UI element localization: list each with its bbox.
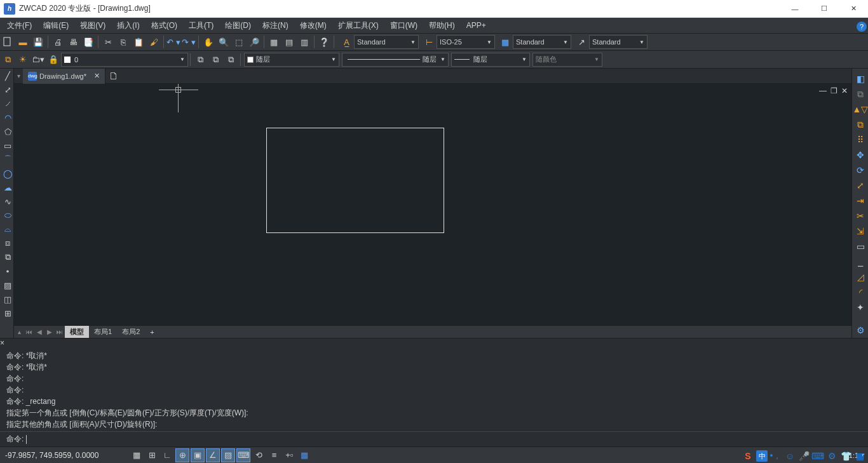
ime-emoji-icon[interactable]: ☺ (784, 450, 796, 462)
layout-tab-add[interactable]: + (145, 326, 159, 339)
print-icon[interactable]: 🖨 (51, 35, 65, 49)
menu-tools[interactable]: 工具(T) (183, 18, 219, 33)
scale-icon[interactable]: ⤢ (853, 178, 868, 193)
drawn-rectangle[interactable] (266, 128, 444, 233)
properties-icon[interactable]: ▦ (267, 35, 281, 49)
menu-app[interactable]: APP+ (461, 18, 492, 33)
menu-edit[interactable]: 编辑(E) (37, 18, 74, 33)
text-style-icon[interactable]: A̲ (339, 35, 353, 49)
menu-format[interactable]: 格式(O) (146, 18, 183, 33)
join-icon[interactable]: ⎯ (853, 254, 868, 269)
paste-icon[interactable]: 📋 (132, 35, 146, 49)
ime-punct-icon[interactable]: •， (770, 450, 782, 462)
match-props-icon[interactable]: 🖌 (147, 35, 161, 49)
zoom-window-icon[interactable]: ⬚ (232, 35, 246, 49)
zoom-previous-icon[interactable]: 🔎 (247, 35, 261, 49)
layer-lock-icon[interactable]: 🔒 (46, 53, 60, 67)
layer-states-icon[interactable]: ☀ (16, 53, 30, 67)
open-file-icon[interactable]: ▬ (16, 35, 30, 49)
publish-icon[interactable]: 📑 (81, 35, 95, 49)
polar-toggle[interactable]: ⊕ (175, 448, 189, 462)
copy-icon[interactable]: ⎘ (116, 35, 130, 49)
layout-nav-first[interactable]: ⏮ (24, 328, 34, 335)
chamfer-icon[interactable]: ◿ (853, 269, 868, 285)
command-input-line[interactable]: 命令: (0, 431, 868, 446)
layer-current-dropdown[interactable]: 0 ▼ (61, 53, 188, 67)
mirror-icon[interactable]: ▲▽ (853, 102, 868, 117)
model-toggle[interactable]: ≡ (267, 448, 281, 462)
ortho-toggle[interactable]: ∟ (160, 448, 174, 462)
polyline-icon[interactable]: ⟋ (1, 97, 15, 111)
layout-tab-1[interactable]: 布局1 (89, 326, 117, 339)
ellipse-icon[interactable]: ⬭ (1, 208, 15, 222)
command-history[interactable]: 命令: *取消* 命令: *取消* 命令: 命令: 命令: _rectang 指… (0, 347, 868, 431)
anno-toggle[interactable]: ▦ (297, 448, 311, 462)
layout-expand-icon[interactable]: ▴ (14, 328, 24, 335)
document-tab-close[interactable]: ✕ (94, 72, 100, 80)
fillet-icon[interactable]: ◜ (853, 285, 868, 300)
menu-window[interactable]: 窗口(W) (384, 18, 423, 33)
menu-insert[interactable]: 插入(I) (111, 18, 145, 33)
array-icon[interactable]: ⠿ (853, 132, 868, 147)
layer-walk-icon[interactable]: ⧉ (224, 53, 238, 67)
dim-style-dropdown[interactable]: ISO-25▼ (437, 35, 495, 49)
menu-dim[interactable]: 标注(N) (257, 18, 294, 33)
trim-icon[interactable]: ✂ (853, 208, 868, 224)
extend-icon[interactable]: ⇲ (853, 224, 868, 239)
break-icon[interactable]: ▭ (853, 239, 868, 254)
hatch-icon[interactable]: ▨ (1, 278, 15, 292)
menu-file[interactable]: 文件(F) (1, 18, 37, 33)
osnap-toggle[interactable]: ▣ (191, 448, 205, 462)
copy-obj-icon[interactable]: ⧉ (853, 86, 868, 102)
redo-icon[interactable]: ↷ ▾ (182, 35, 196, 49)
grid-toggle[interactable]: ⊞ (145, 448, 159, 462)
window-minimize-button[interactable]: — (780, 0, 810, 18)
point-icon[interactable]: • (1, 264, 15, 278)
new-document-tab[interactable]: 🗋 (107, 69, 121, 83)
move-icon[interactable]: ✥ (853, 147, 868, 163)
ime-settings-icon[interactable]: ⚙ (826, 450, 837, 462)
linetype-dropdown[interactable]: 随层▼ (342, 53, 449, 67)
help-icon-tb[interactable]: ❔ (317, 35, 331, 49)
rectangle-icon[interactable]: ▭ (1, 138, 15, 152)
spline-icon[interactable]: ∿ (1, 194, 15, 208)
stretch-icon[interactable]: ⇥ (853, 193, 868, 208)
undo-icon[interactable]: ↶ ▾ (166, 35, 180, 49)
layout-tab-2[interactable]: 布局2 (117, 326, 145, 339)
status-coords[interactable]: -97.9857, 749.5959, 0.0000 (0, 451, 104, 460)
canvas-minimize-button[interactable]: — (819, 86, 827, 95)
revcloud-icon[interactable]: ☁ (1, 180, 15, 194)
layout-tab-model[interactable]: 模型 (65, 326, 89, 339)
ime-lang-icon[interactable]: 中 (756, 450, 768, 462)
pan-icon[interactable]: ✋ (201, 35, 215, 49)
layer-iso-icon[interactable]: ⧉ (208, 53, 222, 67)
insert-block-icon[interactable]: ⧈ (1, 236, 15, 250)
offset-icon[interactable]: ⧉ (853, 117, 868, 132)
lineweight-dropdown[interactable]: 随层▼ (451, 53, 530, 67)
line-icon[interactable]: ╱ (1, 69, 15, 83)
print-preview-icon[interactable]: 🖶 (66, 35, 80, 49)
document-tab-active[interactable]: dwg Drawing1.dwg* ✕ (23, 69, 105, 84)
cycle-toggle[interactable]: ⟲ (252, 448, 266, 462)
ime-menu-icon[interactable]: ▦ (854, 450, 865, 462)
ellipse-arc-icon[interactable]: ⌓ (1, 222, 15, 236)
table-icon[interactable]: ⊞ (1, 306, 15, 320)
window-maximize-button[interactable]: ☐ (810, 0, 839, 18)
mleader-style-icon[interactable]: ↗ (574, 35, 588, 49)
ime-keyboard-icon[interactable]: ⌨ (812, 450, 824, 462)
layer-manager-icon[interactable]: ⧉ (1, 53, 15, 67)
util-icon[interactable]: ⚙ (853, 323, 868, 338)
text-style-dropdown[interactable]: Standard▼ (354, 35, 419, 49)
window-close-button[interactable]: ✕ (839, 0, 868, 18)
xline-icon[interactable]: ⤢ (1, 83, 15, 97)
otrack-toggle[interactable]: ∠ (206, 448, 220, 462)
circle-icon[interactable]: ◯ (1, 166, 15, 180)
menu-draw[interactable]: 绘图(D) (219, 18, 257, 33)
table-style-dropdown[interactable]: Standard▼ (513, 35, 571, 49)
lwt-toggle[interactable]: ▨ (221, 448, 235, 462)
arc-icon[interactable]: ◠ (1, 111, 15, 124)
new-file-icon[interactable] (1, 35, 15, 49)
menu-express[interactable]: 扩展工具(X) (332, 18, 384, 33)
explode-icon[interactable]: ✦ (853, 300, 868, 315)
doc-tab-handle[interactable]: ▾ (14, 72, 23, 79)
